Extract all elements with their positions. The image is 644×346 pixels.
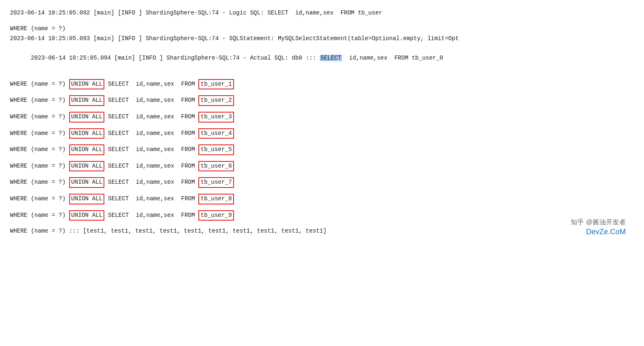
union-spacer-0 <box>10 89 634 95</box>
union-rows-container: WHERE (name = ?) UNION ALL SELECT id,nam… <box>10 79 634 226</box>
union-row-4-middle: SELECT id,name,sex FROM <box>104 146 198 153</box>
union-all-keyword-1: UNION ALL <box>69 95 105 106</box>
union-row-0-prefix: WHERE (name = ?) <box>10 81 69 87</box>
union-row-2: WHERE (name = ?) UNION ALL SELECT id,nam… <box>10 112 634 123</box>
union-all-keyword-7: UNION ALL <box>69 194 105 204</box>
union-row-2-prefix: WHERE (name = ?) <box>10 113 69 120</box>
union-row-5: WHERE (name = ?) UNION ALL SELECT id,nam… <box>10 161 634 172</box>
log-line-actual-sql: 2023-06-14 10:25:05.094 [main] [INFO ] S… <box>10 43 634 73</box>
union-row-4: WHERE (name = ?) UNION ALL SELECT id,nam… <box>10 144 634 155</box>
union-row-7: WHERE (name = ?) UNION ALL SELECT id,nam… <box>10 194 634 204</box>
union-row-8-prefix: WHERE (name = ?) <box>10 212 69 219</box>
union-row-1-middle: SELECT id,name,sex FROM <box>104 97 198 103</box>
union-row-5-middle: SELECT id,name,sex FROM <box>104 163 198 169</box>
log-area: 2023-06-14 10:25:05.092 [main] [INFO ] S… <box>10 8 634 236</box>
union-spacer-5 <box>10 171 634 177</box>
union-spacer-3 <box>10 139 634 144</box>
union-row-0: WHERE (name = ?) UNION ALL SELECT id,nam… <box>10 79 634 90</box>
log-line-last: WHERE (name = ?) ::: [test1, test1, test… <box>10 226 634 236</box>
table-name-2: tb_user_3 <box>198 112 234 123</box>
log-line-actual-sql-suffix: id,name,sex FROM tb_user_0 <box>342 55 443 61</box>
union-row-6: WHERE (name = ?) UNION ALL SELECT id,nam… <box>10 177 634 188</box>
union-all-keyword-0: UNION ALL <box>69 79 105 90</box>
watermark-top: 知乎 @酱油开发者 <box>571 218 626 227</box>
table-name-0: tb_user_1 <box>198 79 234 90</box>
union-row-2-middle: SELECT id,name,sex FROM <box>104 113 198 120</box>
union-row-1-prefix: WHERE (name = ?) <box>10 97 69 103</box>
table-name-8: tb_user_9 <box>198 210 234 221</box>
table-name-3: tb_user_4 <box>198 128 234 139</box>
union-spacer-4 <box>10 155 634 161</box>
watermark-bottom: DevZe.CoM <box>586 228 626 236</box>
union-all-keyword-8: UNION ALL <box>69 210 105 221</box>
union-row-6-prefix: WHERE (name = ?) <box>10 179 69 185</box>
union-spacer-6 <box>10 188 634 194</box>
union-row-8-middle: SELECT id,name,sex FROM <box>104 212 198 219</box>
union-spacer-1 <box>10 106 634 112</box>
spacer-1 <box>10 18 634 24</box>
log-line-sqlstatement: 2023-06-14 10:25:05.093 [main] [INFO ] S… <box>10 34 634 44</box>
union-all-keyword-3: UNION ALL <box>69 128 105 139</box>
log-line-where: WHERE (name = ?) <box>10 24 634 34</box>
select-highlight: SELECT <box>320 55 342 61</box>
spacer-after-unions <box>10 221 634 226</box>
union-all-keyword-6: UNION ALL <box>69 177 105 188</box>
union-all-keyword-4: UNION ALL <box>69 144 105 155</box>
spacer-2 <box>10 73 634 79</box>
union-row-3-prefix: WHERE (name = ?) <box>10 130 69 137</box>
union-all-keyword-2: UNION ALL <box>69 112 105 123</box>
union-row-0-middle: SELECT id,name,sex FROM <box>104 81 198 87</box>
page-wrapper: 2023-06-14 10:25:05.092 [main] [INFO ] S… <box>10 8 634 236</box>
log-line-actual-sql-prefix: 2023-06-14 10:25:05.094 [main] [INFO ] S… <box>31 55 319 61</box>
table-name-5: tb_user_6 <box>198 161 234 172</box>
table-name-6: tb_user_7 <box>198 177 234 188</box>
union-row-1: WHERE (name = ?) UNION ALL SELECT id,nam… <box>10 95 634 106</box>
union-row-3: WHERE (name = ?) UNION ALL SELECT id,nam… <box>10 128 634 139</box>
union-all-keyword-5: UNION ALL <box>69 161 105 172</box>
union-spacer-2 <box>10 123 634 128</box>
union-spacer-7 <box>10 204 634 210</box>
table-name-7: tb_user_8 <box>198 194 234 204</box>
table-name-4: tb_user_5 <box>198 144 234 155</box>
table-name-1: tb_user_2 <box>198 95 234 106</box>
union-row-7-middle: SELECT id,name,sex FROM <box>104 195 198 202</box>
log-line-1: 2023-06-14 10:25:05.092 [main] [INFO ] S… <box>10 8 634 18</box>
union-row-5-prefix: WHERE (name = ?) <box>10 163 69 169</box>
union-row-6-middle: SELECT id,name,sex FROM <box>104 179 198 185</box>
union-row-3-middle: SELECT id,name,sex FROM <box>104 130 198 137</box>
union-row-7-prefix: WHERE (name = ?) <box>10 195 69 202</box>
union-row-4-prefix: WHERE (name = ?) <box>10 146 69 153</box>
union-row-8: WHERE (name = ?) UNION ALL SELECT id,nam… <box>10 210 634 221</box>
watermark: 知乎 @酱油开发者 DevZe.CoM <box>571 218 626 236</box>
